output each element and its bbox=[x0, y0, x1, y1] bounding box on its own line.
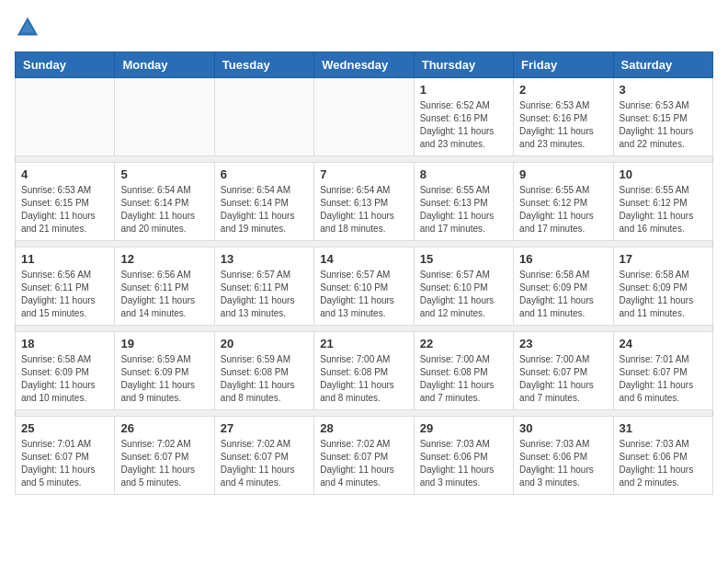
day-number: 20 bbox=[221, 337, 308, 350]
calendar-day-cell: 21Sunrise: 7:00 AM Sunset: 6:08 PM Dayli… bbox=[314, 332, 414, 410]
day-number: 24 bbox=[620, 337, 707, 350]
calendar-week-row: 1Sunrise: 6:52 AM Sunset: 6:16 PM Daylig… bbox=[16, 78, 713, 156]
calendar-day-cell: 31Sunrise: 7:03 AM Sunset: 6:06 PM Dayli… bbox=[613, 417, 712, 495]
calendar-table: SundayMondayTuesdayWednesdayThursdayFrid… bbox=[15, 52, 713, 495]
day-info: Sunrise: 6:54 AM Sunset: 6:13 PM Dayligh… bbox=[320, 184, 407, 236]
day-info: Sunrise: 6:56 AM Sunset: 6:11 PM Dayligh… bbox=[120, 269, 208, 320]
calendar-week-row: 25Sunrise: 7:01 AM Sunset: 6:07 PM Dayli… bbox=[16, 417, 713, 495]
row-divider bbox=[16, 410, 713, 417]
day-info: Sunrise: 6:59 AM Sunset: 6:09 PM Dayligh… bbox=[120, 353, 208, 405]
calendar-day-cell: 20Sunrise: 6:59 AM Sunset: 6:08 PM Dayli… bbox=[214, 332, 313, 410]
calendar-day-cell: 22Sunrise: 7:00 AM Sunset: 6:08 PM Dayli… bbox=[414, 332, 513, 410]
day-info: Sunrise: 6:53 AM Sunset: 6:15 PM Dayligh… bbox=[620, 99, 707, 151]
calendar-day-cell: 5Sunrise: 6:54 AM Sunset: 6:14 PM Daylig… bbox=[115, 163, 214, 241]
calendar-day-cell: 4Sunrise: 6:53 AM Sunset: 6:15 PM Daylig… bbox=[16, 163, 115, 241]
day-number: 12 bbox=[120, 252, 208, 266]
day-info: Sunrise: 6:52 AM Sunset: 6:16 PM Dayligh… bbox=[420, 99, 507, 151]
day-info: Sunrise: 7:02 AM Sunset: 6:07 PM Dayligh… bbox=[221, 438, 308, 489]
row-divider bbox=[16, 326, 713, 332]
day-number: 14 bbox=[320, 252, 407, 266]
calendar-day-cell: 2Sunrise: 6:53 AM Sunset: 6:16 PM Daylig… bbox=[514, 78, 613, 156]
calendar-day-cell: 17Sunrise: 6:58 AM Sunset: 6:09 PM Dayli… bbox=[613, 247, 712, 326]
logo-icon bbox=[15, 15, 40, 40]
calendar-day-cell: 11Sunrise: 6:56 AM Sunset: 6:11 PM Dayli… bbox=[16, 247, 115, 326]
day-info: Sunrise: 7:01 AM Sunset: 6:07 PM Dayligh… bbox=[620, 353, 707, 405]
day-info: Sunrise: 7:03 AM Sunset: 6:06 PM Dayligh… bbox=[519, 438, 607, 489]
page-header bbox=[15, 15, 713, 40]
day-number: 27 bbox=[221, 421, 308, 435]
day-info: Sunrise: 7:00 AM Sunset: 6:08 PM Dayligh… bbox=[320, 353, 407, 405]
day-info: Sunrise: 6:57 AM Sunset: 6:10 PM Dayligh… bbox=[320, 269, 407, 320]
day-number: 25 bbox=[21, 421, 108, 435]
day-number: 29 bbox=[420, 421, 507, 435]
day-info: Sunrise: 6:59 AM Sunset: 6:08 PM Dayligh… bbox=[221, 353, 308, 405]
day-number: 3 bbox=[620, 83, 707, 97]
calendar-day-cell: 7Sunrise: 6:54 AM Sunset: 6:13 PM Daylig… bbox=[314, 163, 414, 241]
day-number: 15 bbox=[420, 252, 507, 266]
day-number: 21 bbox=[320, 337, 407, 350]
calendar-day-cell bbox=[16, 78, 115, 156]
calendar-day-cell bbox=[314, 78, 414, 156]
weekday-header: Tuesday bbox=[214, 52, 313, 78]
day-info: Sunrise: 6:53 AM Sunset: 6:15 PM Dayligh… bbox=[21, 184, 108, 236]
day-number: 2 bbox=[519, 83, 607, 97]
day-number: 7 bbox=[320, 167, 407, 181]
calendar-day-cell: 19Sunrise: 6:59 AM Sunset: 6:09 PM Dayli… bbox=[115, 332, 214, 410]
calendar-week-row: 11Sunrise: 6:56 AM Sunset: 6:11 PM Dayli… bbox=[16, 247, 713, 326]
calendar-week-row: 4Sunrise: 6:53 AM Sunset: 6:15 PM Daylig… bbox=[16, 163, 713, 241]
day-info: Sunrise: 6:53 AM Sunset: 6:16 PM Dayligh… bbox=[519, 99, 607, 151]
day-info: Sunrise: 6:55 AM Sunset: 6:12 PM Dayligh… bbox=[620, 184, 707, 236]
day-number: 28 bbox=[320, 421, 407, 435]
day-number: 30 bbox=[519, 421, 607, 435]
calendar-day-cell: 14Sunrise: 6:57 AM Sunset: 6:10 PM Dayli… bbox=[314, 247, 414, 326]
day-info: Sunrise: 6:55 AM Sunset: 6:13 PM Dayligh… bbox=[420, 184, 507, 236]
calendar-day-cell bbox=[214, 78, 313, 156]
weekday-header: Saturday bbox=[613, 52, 712, 78]
day-number: 17 bbox=[620, 252, 707, 266]
day-number: 31 bbox=[620, 421, 707, 435]
day-number: 1 bbox=[420, 83, 507, 97]
day-info: Sunrise: 6:54 AM Sunset: 6:14 PM Dayligh… bbox=[221, 184, 308, 236]
row-divider bbox=[16, 156, 713, 163]
day-info: Sunrise: 6:57 AM Sunset: 6:11 PM Dayligh… bbox=[221, 269, 308, 320]
day-info: Sunrise: 7:02 AM Sunset: 6:07 PM Dayligh… bbox=[120, 438, 208, 489]
weekday-header: Friday bbox=[514, 52, 613, 78]
weekday-header-row: SundayMondayTuesdayWednesdayThursdayFrid… bbox=[16, 52, 713, 78]
day-info: Sunrise: 7:00 AM Sunset: 6:08 PM Dayligh… bbox=[420, 353, 507, 405]
day-info: Sunrise: 6:58 AM Sunset: 6:09 PM Dayligh… bbox=[620, 269, 707, 320]
calendar-day-cell: 26Sunrise: 7:02 AM Sunset: 6:07 PM Dayli… bbox=[115, 417, 214, 495]
day-number: 26 bbox=[120, 421, 208, 435]
day-number: 18 bbox=[21, 337, 108, 350]
day-info: Sunrise: 6:58 AM Sunset: 6:09 PM Dayligh… bbox=[21, 353, 108, 405]
day-info: Sunrise: 7:03 AM Sunset: 6:06 PM Dayligh… bbox=[420, 438, 507, 489]
day-number: 9 bbox=[519, 167, 607, 181]
day-number: 19 bbox=[120, 337, 208, 350]
calendar-day-cell: 28Sunrise: 7:02 AM Sunset: 6:07 PM Dayli… bbox=[314, 417, 414, 495]
day-info: Sunrise: 6:55 AM Sunset: 6:12 PM Dayligh… bbox=[519, 184, 607, 236]
calendar-day-cell: 9Sunrise: 6:55 AM Sunset: 6:12 PM Daylig… bbox=[514, 163, 613, 241]
day-number: 10 bbox=[620, 167, 707, 181]
calendar-day-cell: 10Sunrise: 6:55 AM Sunset: 6:12 PM Dayli… bbox=[613, 163, 712, 241]
calendar-day-cell: 27Sunrise: 7:02 AM Sunset: 6:07 PM Dayli… bbox=[214, 417, 313, 495]
day-number: 8 bbox=[420, 167, 507, 181]
day-info: Sunrise: 6:57 AM Sunset: 6:10 PM Dayligh… bbox=[420, 269, 507, 320]
calendar-day-cell: 15Sunrise: 6:57 AM Sunset: 6:10 PM Dayli… bbox=[414, 247, 513, 326]
day-number: 16 bbox=[519, 252, 607, 266]
day-info: Sunrise: 7:01 AM Sunset: 6:07 PM Dayligh… bbox=[21, 438, 108, 489]
day-number: 23 bbox=[519, 337, 607, 350]
day-number: 11 bbox=[21, 252, 108, 266]
calendar-day-cell: 29Sunrise: 7:03 AM Sunset: 6:06 PM Dayli… bbox=[414, 417, 513, 495]
calendar-day-cell bbox=[115, 78, 214, 156]
day-number: 6 bbox=[221, 167, 308, 181]
day-info: Sunrise: 7:00 AM Sunset: 6:07 PM Dayligh… bbox=[519, 353, 607, 405]
calendar-day-cell: 23Sunrise: 7:00 AM Sunset: 6:07 PM Dayli… bbox=[514, 332, 613, 410]
calendar-day-cell: 12Sunrise: 6:56 AM Sunset: 6:11 PM Dayli… bbox=[115, 247, 214, 326]
day-number: 5 bbox=[120, 167, 208, 181]
day-info: Sunrise: 7:02 AM Sunset: 6:07 PM Dayligh… bbox=[320, 438, 407, 489]
day-info: Sunrise: 7:03 AM Sunset: 6:06 PM Dayligh… bbox=[620, 438, 707, 489]
calendar-day-cell: 24Sunrise: 7:01 AM Sunset: 6:07 PM Dayli… bbox=[613, 332, 712, 410]
weekday-header: Monday bbox=[115, 52, 214, 78]
day-number: 4 bbox=[21, 167, 108, 181]
calendar-day-cell: 13Sunrise: 6:57 AM Sunset: 6:11 PM Dayli… bbox=[214, 247, 313, 326]
calendar-day-cell: 8Sunrise: 6:55 AM Sunset: 6:13 PM Daylig… bbox=[414, 163, 513, 241]
